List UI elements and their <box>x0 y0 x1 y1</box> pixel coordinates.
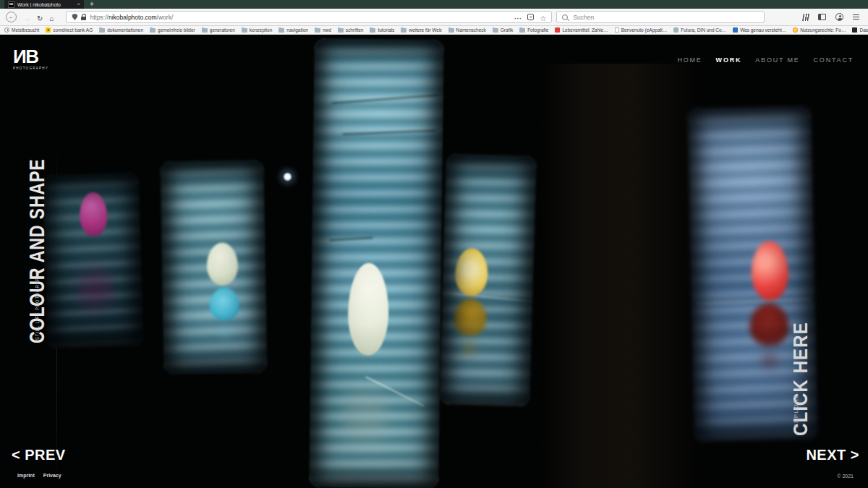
page-favicon <box>615 27 619 33</box>
bookmark-item[interactable]: Futura, DIN und Co… <box>673 27 726 33</box>
bookmark-item[interactable]: Namenscheck <box>448 27 486 33</box>
bookmark-item[interactable]: schriften <box>338 27 364 33</box>
bookmark-item[interactable]: gemeinfreie bilder <box>150 27 195 33</box>
bookmark-item[interactable]: dokumentationen <box>99 27 143 33</box>
bookmark-label: konzeption <box>250 27 272 33</box>
sidebar-icon[interactable] <box>818 14 826 20</box>
bookmarks-bar: Meistbesucht comdirect bank AG dokumenta… <box>0 26 868 35</box>
bookmark-item[interactable]: tutorials <box>370 27 394 33</box>
pocket-icon[interactable] <box>527 14 534 20</box>
red-favicon <box>555 27 560 33</box>
bookmark-label: Benvenuto (eAppalt… <box>621 27 668 33</box>
url-scheme: https:// <box>90 14 109 21</box>
gray-favicon <box>673 27 678 33</box>
copyright: © 2021 <box>837 474 854 479</box>
bookmark-item[interactable]: nwd <box>315 27 331 33</box>
folder-icon <box>493 28 498 33</box>
bookmark-item[interactable]: navigation <box>278 27 308 33</box>
library-icon[interactable] <box>802 14 809 21</box>
logo-text: ИB <box>13 47 48 66</box>
new-tab-button[interactable]: + <box>84 0 100 9</box>
folder-icon <box>401 28 407 33</box>
folder-icon <box>315 28 320 33</box>
panel-vignette <box>160 160 267 374</box>
home-button[interactable] <box>49 11 54 24</box>
bookmark-item[interactable]: Fotografie <box>519 27 548 33</box>
home-icon <box>49 11 54 24</box>
bookmark-label: weitere für Web <box>409 27 441 33</box>
bookmark-label: navigation <box>286 27 308 33</box>
tab-title: Work | nikobalphoto <box>17 2 74 7</box>
tab-close-icon[interactable]: × <box>77 1 80 7</box>
url-path: /work/ <box>157 14 174 21</box>
nav-item-home[interactable]: HOME <box>677 56 702 64</box>
site-logo[interactable]: ИB PHOTOGRAPHY <box>13 47 48 70</box>
browser-tab[interactable]: NB Work | nikobalphoto × <box>4 0 84 9</box>
bookmark-item[interactable]: Lebensmittel: Zahle… <box>555 27 608 33</box>
prev-button[interactable]: < PREV <box>12 447 66 463</box>
forward-button[interactable] <box>23 11 30 24</box>
bookmark-label: Namenscheck <box>456 27 486 33</box>
back-button[interactable] <box>6 12 17 22</box>
page-actions-icon[interactable] <box>514 11 522 24</box>
orange-favicon <box>793 27 798 33</box>
search-input[interactable] <box>571 13 759 22</box>
project-subtitle: STILL LIFE PHOTOGRAPHY <box>35 270 41 340</box>
bookmark-star-icon[interactable] <box>540 11 546 24</box>
folder-icon <box>370 28 375 33</box>
bookmark-item[interactable]: Benvenuto (eAppalt… <box>615 27 668 33</box>
bookmark-label: Fotografie <box>527 27 548 33</box>
bookmark-item[interactable]: weitere für Web <box>401 27 441 33</box>
dark-favicon <box>852 27 857 33</box>
blue-favicon <box>733 27 738 33</box>
bookmark-label: schriften <box>346 27 364 33</box>
bookmark-item[interactable]: Nutzungsrechte: Fo… <box>793 27 846 33</box>
privacy-link[interactable]: Privacy <box>43 473 61 478</box>
url-bar[interactable]: https://nikobalphoto.com/work/ <box>66 11 552 23</box>
webpage-viewport: ИB PHOTOGRAPHY HOME WORK ABOUT ME CONTAC… <box>0 35 868 488</box>
bookmark-label: nwd <box>323 27 331 33</box>
bookmark-label: generatoren <box>210 27 235 33</box>
lock-icon[interactable] <box>81 17 86 20</box>
bookmark-label: Grafik <box>501 27 513 33</box>
gallery-panel-pale <box>160 160 267 374</box>
most-visited-icon <box>4 27 9 33</box>
nav-item-contact[interactable]: CONTACT <box>814 56 854 64</box>
bookmark-item[interactable]: Meistbesucht <box>4 27 39 33</box>
nav-item-about-me[interactable]: ABOUT ME <box>755 56 799 64</box>
nav-item-work[interactable]: WORK <box>716 56 742 64</box>
folder-icon <box>202 28 208 33</box>
gallery-panel-center <box>309 38 444 488</box>
next-button[interactable]: NEXT > <box>806 447 859 463</box>
imprint-link[interactable]: Imprint <box>17 473 35 478</box>
bookmark-label: Meistbesucht <box>12 27 39 33</box>
tracking-shield-icon[interactable] <box>72 14 77 20</box>
bookmark-item[interactable]: Was genau versteht… <box>733 27 786 33</box>
search-bar[interactable] <box>556 11 765 23</box>
comdirect-favicon <box>46 27 51 33</box>
reload-icon <box>37 11 43 24</box>
dark-pillar <box>541 64 700 488</box>
account-icon[interactable] <box>835 13 843 21</box>
folder-icon <box>99 28 105 33</box>
bookmark-item[interactable]: generatoren <box>202 27 235 33</box>
site-nav: HOME WORK ABOUT ME CONTACT <box>677 56 854 64</box>
folder-icon <box>338 28 344 33</box>
bookmark-item[interactable]: Dashboard - Julia M… <box>852 27 868 33</box>
bookmark-item[interactable]: Grafik <box>493 27 513 33</box>
back-icon <box>6 12 17 22</box>
folder-icon <box>519 28 525 33</box>
bookmark-item[interactable]: konzeption <box>242 27 272 33</box>
bookmark-item[interactable]: comdirect bank AG <box>46 27 93 33</box>
logo-subtext: PHOTOGRAPHY <box>13 67 48 70</box>
reload-button[interactable] <box>37 11 43 24</box>
footer-links: Imprint Privacy <box>17 473 61 478</box>
browser-toolbar: https://nikobalphoto.com/work/ <box>0 9 868 26</box>
forward-icon <box>23 11 30 24</box>
menu-icon[interactable] <box>853 14 859 20</box>
bookmark-label: Lebensmittel: Zahle… <box>562 27 608 33</box>
panel-vignette <box>439 153 537 406</box>
bookmark-label: Dashboard - Julia M… <box>859 27 868 33</box>
site-favicon: NB <box>8 1 14 8</box>
folder-icon <box>448 28 454 33</box>
